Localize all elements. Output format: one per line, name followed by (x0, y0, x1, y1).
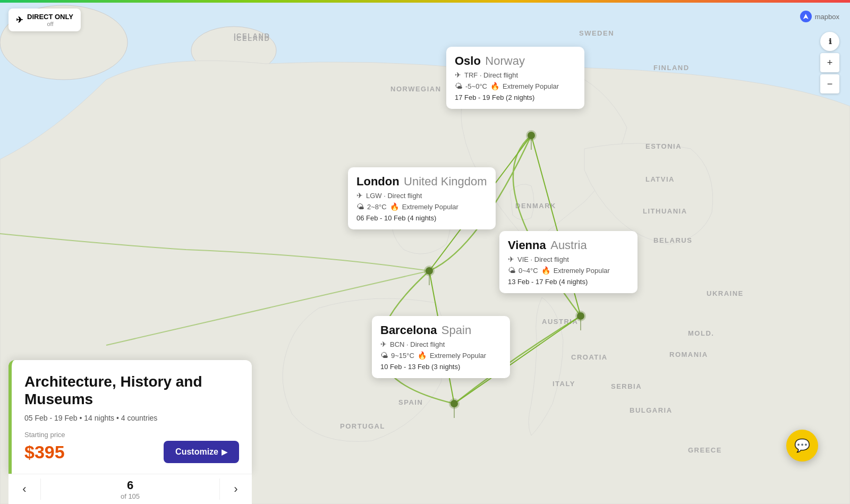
oslo-popularity: Extremely Popular (503, 82, 559, 90)
popup-vienna[interactable]: Vienna Austria ✈ VIE · Direct flight 🌤 0… (499, 231, 638, 293)
popup-barcelona[interactable]: Barcelona Spain ✈ BCN · Direct flight 🌤 … (372, 316, 510, 378)
customize-label: Customize (175, 447, 218, 457)
vienna-dates: 13 Feb - 17 Feb (4 nights) (508, 278, 629, 286)
vienna-flight: VIE · Direct flight (517, 255, 569, 263)
trip-title: Architecture, History and Museums (24, 373, 239, 408)
popular-icon-oslo: 🔥 (490, 82, 499, 90)
weather-icon-london: 🌤 (356, 202, 364, 211)
london-dates: 06 Feb - 10 Feb (4 nights) (356, 214, 487, 222)
customize-button[interactable]: Customize ▶ (164, 441, 239, 463)
barcelona-country: Spain (441, 323, 471, 337)
chat-icon: 💬 (794, 438, 810, 453)
mapbox-text: mapbox (815, 13, 839, 21)
pagination: ‹ 6 of 105 › (8, 474, 252, 504)
london-weather: 2~8°C (367, 203, 387, 211)
barcelona-weather: 9~15°C (391, 352, 414, 360)
chat-button[interactable]: 💬 (786, 430, 818, 462)
info-button[interactable]: ℹ (820, 32, 839, 51)
oslo-dates: 17 Feb - 19 Feb (2 nights) (455, 93, 576, 101)
left-panel: Architecture, History and Museums 05 Feb… (0, 360, 260, 504)
starting-price-label: Starting price (24, 431, 239, 439)
barcelona-popularity: Extremely Popular (430, 352, 486, 360)
page-info: 6 of 105 (41, 479, 219, 500)
barcelona-city: Barcelona (380, 323, 437, 337)
popular-icon-vienna: 🔥 (541, 266, 550, 275)
oslo-weather: -5~0°C (465, 82, 487, 90)
oslo-city: Oslo (455, 54, 481, 67)
customize-arrow-icon: ▶ (222, 448, 227, 456)
dot-barcelona[interactable] (450, 400, 458, 407)
page-current: 6 (41, 479, 219, 492)
dot-london[interactable] (426, 267, 433, 275)
dot-oslo[interactable] (528, 132, 535, 139)
trip-card: Architecture, History and Museums 05 Feb… (8, 360, 252, 474)
flight-icon-barcelona: ✈ (380, 340, 387, 348)
vienna-popularity: Extremely Popular (554, 267, 610, 275)
page-total: of 105 (41, 492, 219, 500)
vienna-weather: 0~4°C (518, 267, 538, 275)
plane-icon: ✈ (16, 15, 23, 25)
direct-only-label: DIRECT ONLY (27, 13, 73, 21)
vienna-country: Austria (550, 238, 586, 252)
barcelona-flight: BCN · Direct flight (390, 340, 445, 348)
progress-bar (0, 0, 850, 3)
map-controls: ℹ + − (820, 32, 839, 93)
weather-icon-vienna: 🌤 (508, 266, 515, 275)
vienna-city: Vienna (508, 238, 546, 252)
direct-only-off-label: off (27, 21, 73, 27)
zoom-out-button[interactable]: − (820, 74, 839, 93)
flight-icon-oslo: ✈ (455, 71, 461, 79)
london-city: London (356, 175, 400, 188)
london-popularity: Extremely Popular (402, 203, 458, 211)
popup-oslo[interactable]: Oslo Norway ✈ TRF · Direct flight 🌤 -5~0… (446, 47, 584, 109)
zoom-in-button[interactable]: + (820, 53, 839, 72)
weather-icon-barcelona: 🌤 (380, 351, 388, 360)
flight-icon-vienna: ✈ (508, 255, 514, 263)
oslo-flight: TRF · Direct flight (464, 71, 518, 79)
oslo-country: Norway (485, 54, 525, 67)
popular-icon-barcelona: 🔥 (418, 351, 427, 360)
london-country: United Kingdom (404, 175, 487, 188)
prev-page-button[interactable]: ‹ (8, 474, 40, 504)
dot-vienna[interactable] (577, 312, 584, 320)
weather-icon-oslo: 🌤 (455, 82, 462, 90)
direct-only-toggle[interactable]: ✈ DIRECT ONLY off (8, 8, 81, 31)
flight-icon-london: ✈ (356, 191, 363, 200)
popup-london[interactable]: London United Kingdom ✈ LGW · Direct fli… (348, 167, 496, 229)
popular-icon-london: 🔥 (390, 202, 399, 211)
mapbox-logo-icon (800, 11, 812, 22)
london-flight: LGW · Direct flight (366, 192, 422, 200)
barcelona-dates: 10 Feb - 13 Feb (3 nights) (380, 363, 502, 371)
trip-dates: 05 Feb - 19 Feb • 14 nights • 4 countrie… (24, 414, 239, 422)
next-page-button[interactable]: › (220, 474, 252, 504)
mapbox-logo[interactable]: mapbox (800, 11, 839, 22)
trip-price: $395 (24, 442, 65, 463)
